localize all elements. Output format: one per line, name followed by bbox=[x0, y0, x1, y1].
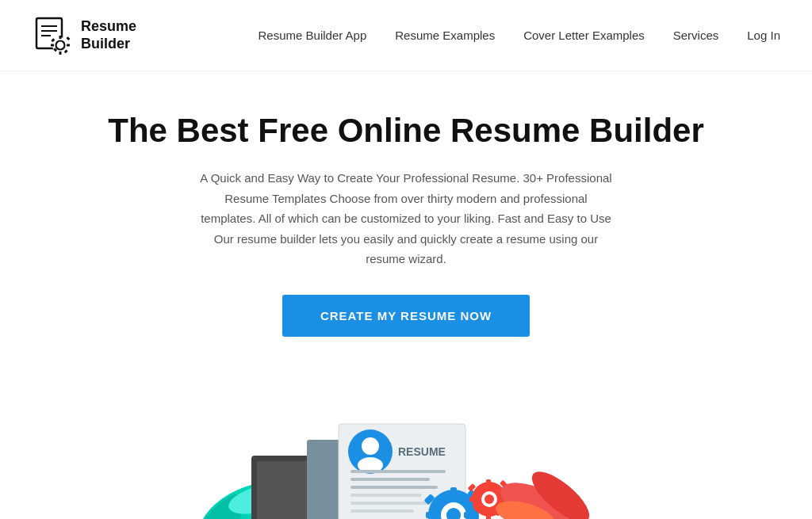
svg-rect-39 bbox=[464, 512, 473, 518]
svg-rect-49 bbox=[469, 497, 477, 502]
svg-rect-18 bbox=[257, 461, 309, 519]
svg-rect-28 bbox=[350, 494, 422, 497]
svg-rect-36 bbox=[450, 487, 457, 497]
nav-cover-letter-examples[interactable]: Cover Letter Examples bbox=[523, 29, 645, 42]
logo-icon bbox=[32, 15, 73, 56]
nav-resume-builder-app[interactable]: Resume Builder App bbox=[259, 29, 367, 42]
hero-illustration: RESUME bbox=[0, 361, 812, 519]
svg-point-22 bbox=[362, 437, 379, 455]
svg-rect-25 bbox=[350, 470, 446, 473]
svg-rect-8 bbox=[51, 44, 54, 46]
hero-description: A Quick and Easy Way to Create Your Prof… bbox=[200, 168, 612, 269]
cta-button[interactable]: CREATE MY RESUME NOW bbox=[282, 295, 530, 337]
nav-login[interactable]: Log In bbox=[747, 29, 780, 42]
main-nav: Resume Builder App Resume Examples Cover… bbox=[259, 29, 780, 42]
svg-rect-30 bbox=[350, 509, 414, 513]
svg-rect-11 bbox=[67, 36, 71, 40]
svg-point-46 bbox=[485, 494, 494, 504]
svg-rect-9 bbox=[67, 44, 70, 46]
nav-services[interactable]: Services bbox=[673, 29, 719, 42]
svg-text:RESUME: RESUME bbox=[398, 445, 446, 458]
logo-link[interactable]: Resume Builder bbox=[32, 15, 136, 56]
logo-text: Resume Builder bbox=[81, 18, 136, 52]
svg-rect-38 bbox=[426, 512, 435, 518]
site-header: Resume Builder Resume Builder App Resume… bbox=[0, 0, 812, 71]
svg-rect-6 bbox=[59, 36, 62, 39]
svg-rect-26 bbox=[350, 478, 430, 481]
hero-section: The Best Free Online Resume Builder A Qu… bbox=[0, 71, 812, 519]
nav-resume-examples[interactable]: Resume Examples bbox=[395, 29, 495, 42]
svg-rect-48 bbox=[486, 513, 491, 519]
svg-rect-27 bbox=[350, 486, 438, 489]
hero-title: The Best Free Online Resume Builder bbox=[108, 111, 704, 151]
illustration-svg: RESUME bbox=[128, 376, 684, 519]
svg-rect-7 bbox=[59, 52, 62, 55]
svg-rect-47 bbox=[486, 479, 491, 487]
